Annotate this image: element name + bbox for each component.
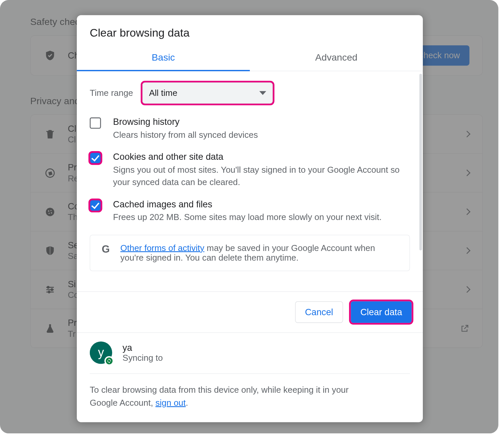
- option-desc: Signs you out of most sites. You'll stay…: [113, 164, 402, 189]
- option-title: Browsing history: [113, 116, 258, 127]
- settings-row-sub: Cl: [68, 135, 77, 145]
- google-account-info: G Other forms of activity may be saved i…: [90, 235, 410, 271]
- clear-data-options: Browsing historyClears history from all …: [90, 115, 410, 224]
- account-sync-status: Syncing to: [122, 353, 163, 363]
- time-range-label: Time range: [90, 88, 133, 98]
- svg-point-6: [49, 213, 50, 214]
- scrollbar[interactable]: [419, 74, 422, 250]
- clear-data-option[interactable]: Cached images and filesFrees up 202 MB. …: [90, 199, 410, 224]
- svg-point-10: [47, 286, 49, 288]
- svg-point-5: [51, 212, 52, 213]
- time-range-value: All time: [149, 88, 177, 98]
- google-icon: G: [100, 243, 112, 255]
- time-range-select[interactable]: All time: [141, 81, 274, 106]
- device-only-note: To clear browsing data from this device …: [77, 374, 388, 422]
- option-title: Cookies and other site data: [113, 151, 402, 162]
- external-link-icon: [460, 324, 470, 333]
- shield-icon: [44, 244, 57, 257]
- checkbox[interactable]: [90, 200, 101, 211]
- synced-account-row[interactable]: y ya Syncing to: [77, 333, 423, 366]
- svg-point-2: [46, 208, 54, 216]
- cancel-button[interactable]: Cancel: [295, 301, 343, 323]
- account-name: ya: [122, 342, 163, 353]
- other-activity-link[interactable]: Other forms of activity: [120, 243, 204, 253]
- chevron-right-icon: [465, 247, 469, 254]
- settings-row-sub: Tr: [68, 329, 77, 339]
- svg-point-4: [51, 210, 52, 211]
- trash-icon: [44, 127, 57, 140]
- dialog-title: Clear browsing data: [77, 15, 423, 46]
- avatar: y: [90, 341, 112, 364]
- checkbox[interactable]: [90, 117, 101, 129]
- sync-status-icon: [104, 356, 114, 366]
- sliders-icon: [44, 283, 57, 296]
- clear-data-option[interactable]: Browsing historyClears history from all …: [90, 116, 410, 141]
- sign-out-link[interactable]: sign out: [155, 398, 186, 408]
- option-desc: Frees up 202 MB. Some sites may load mor…: [113, 211, 382, 224]
- svg-point-12: [48, 291, 50, 293]
- flask-icon: [44, 322, 57, 335]
- settings-row-title: Pr: [68, 318, 77, 328]
- chevron-right-icon: [465, 286, 469, 293]
- svg-point-3: [48, 210, 49, 211]
- clear-data-button[interactable]: Clear data: [351, 301, 412, 323]
- chevron-down-icon: [259, 91, 266, 95]
- svg-point-11: [51, 289, 53, 291]
- clear-data-option[interactable]: Cookies and other site dataSigns you out…: [90, 151, 410, 189]
- compass-icon: [44, 166, 57, 179]
- svg-marker-1: [49, 172, 52, 175]
- shield-check-icon: [44, 49, 57, 62]
- tab-basic[interactable]: Basic: [77, 46, 250, 71]
- cookie-icon: [44, 205, 57, 218]
- avatar-letter: y: [98, 346, 104, 360]
- option-title: Cached images and files: [113, 199, 382, 209]
- tab-advanced[interactable]: Advanced: [250, 46, 423, 71]
- settings-row-title: Cl: [68, 123, 77, 134]
- clear-browsing-data-dialog: Clear browsing data Basic Advanced Time …: [77, 15, 423, 422]
- option-desc: Clears history from all synced devices: [113, 129, 258, 141]
- checkbox[interactable]: [90, 152, 101, 164]
- dialog-tabs: Basic Advanced: [77, 46, 423, 71]
- chevron-right-icon: [465, 208, 469, 216]
- chevron-right-icon: [465, 169, 469, 177]
- chevron-right-icon: [465, 130, 469, 138]
